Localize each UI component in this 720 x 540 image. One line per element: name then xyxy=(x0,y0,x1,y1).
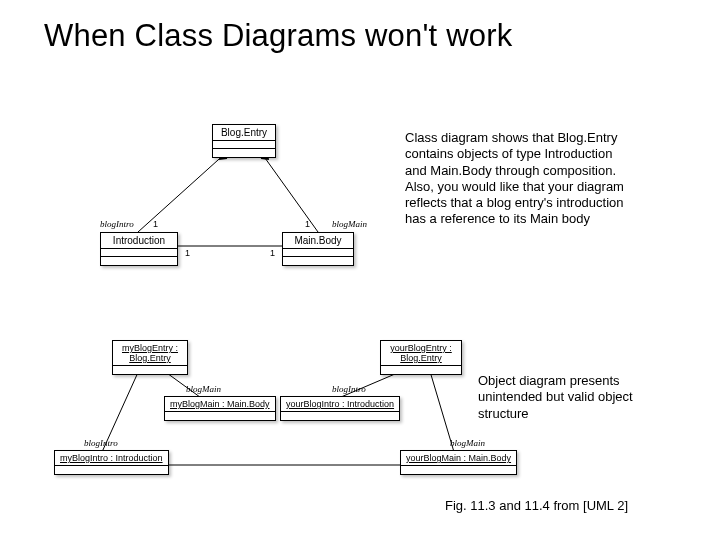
description-class-diagram: Class diagram shows that Blog.Entry cont… xyxy=(405,130,630,228)
object-name: yourBlogMain : Main.Body xyxy=(401,451,516,466)
role-label: blogIntro xyxy=(332,384,366,394)
description-object-diagram: Object diagram presents unintended but v… xyxy=(478,373,683,422)
class-blog-entry: Blog.Entry xyxy=(212,124,276,158)
role-blogintro: blogIntro xyxy=(100,219,134,229)
object-name: myBlogIntro : Introduction xyxy=(55,451,168,466)
object-name: myBlogEntry : Blog.Entry xyxy=(113,341,187,366)
multiplicity: 1 xyxy=(153,219,158,229)
class-name: Introduction xyxy=(101,233,177,249)
class-name: Main.Body xyxy=(283,233,353,249)
obj-your-blog-entry: yourBlogEntry : Blog.Entry xyxy=(380,340,462,375)
multiplicity: 1 xyxy=(185,248,190,258)
object-diagram: myBlogEntry : Blog.Entry yourBlogEntry :… xyxy=(54,340,524,480)
multiplicity: 1 xyxy=(270,248,275,258)
page-title: When Class Diagrams won't work xyxy=(0,0,720,54)
class-main-body: Main.Body xyxy=(282,232,354,266)
class-name: Blog.Entry xyxy=(213,125,275,141)
role-blogmain: blogMain xyxy=(332,219,367,229)
object-name: myBlogMain : Main.Body xyxy=(165,397,275,412)
role-label: blogIntro xyxy=(84,438,118,448)
obj-your-blog-intro: yourBlogIntro : Introduction xyxy=(280,396,400,421)
role-label: blogMain xyxy=(450,438,485,448)
role-label: blogMain xyxy=(186,384,221,394)
multiplicity: 1 xyxy=(305,219,310,229)
object-name: yourBlogIntro : Introduction xyxy=(281,397,399,412)
obj-my-blog-entry: myBlogEntry : Blog.Entry xyxy=(112,340,188,375)
figure-caption: Fig. 11.3 and 11.4 from [UML 2] xyxy=(445,498,628,513)
obj-my-blog-intro: myBlogIntro : Introduction xyxy=(54,450,169,475)
obj-your-blog-main: yourBlogMain : Main.Body xyxy=(400,450,517,475)
class-diagram: Blog.Entry Introduction Main.Body blogIn… xyxy=(100,124,380,264)
svg-line-0 xyxy=(138,151,228,232)
obj-my-blog-main: myBlogMain : Main.Body xyxy=(164,396,276,421)
object-name: yourBlogEntry : Blog.Entry xyxy=(381,341,461,366)
class-introduction: Introduction xyxy=(100,232,178,266)
